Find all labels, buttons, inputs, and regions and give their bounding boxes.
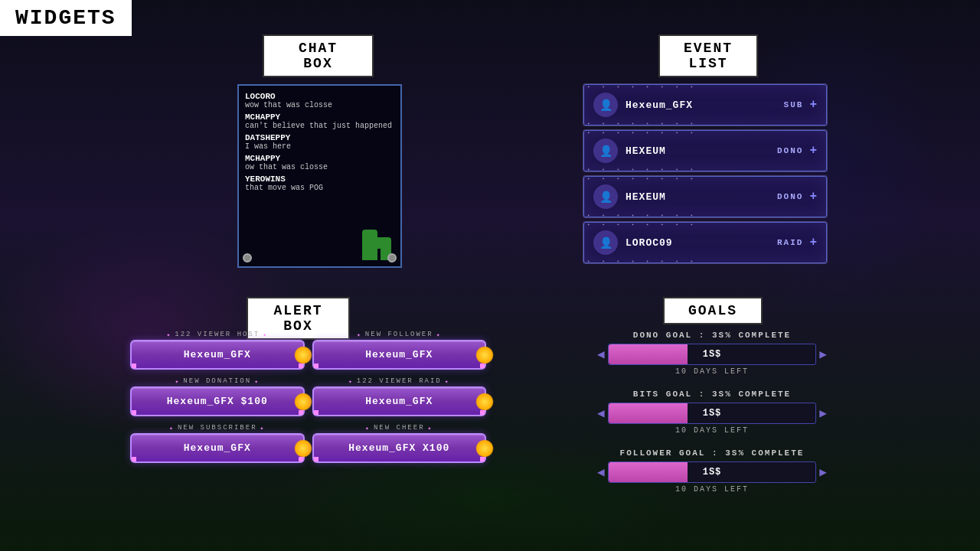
event-item-2: 👤 HEXEUM DONO +	[583, 176, 827, 217]
alert-btn-3: Hexeum_GFX	[312, 386, 487, 416]
chat-message-5: YEROWINS that move was POG	[245, 174, 394, 192]
event-plus-3[interactable]: +	[809, 236, 817, 249]
goal-title-1: BITS GOAL : 3S% COMPLETE	[597, 390, 827, 399]
event-type-0: SUB	[784, 100, 804, 109]
goal-bar-container-0: ◀ 1S$ ▶	[597, 344, 827, 365]
chat-message-1: LOCORO wow that was closse	[245, 92, 394, 109]
alert-tag-0: 122 VIEWER HOST	[166, 331, 268, 338]
chat-box-label: CHAT BOX	[263, 34, 374, 77]
goal-subtitle-1: 10 DAYS LEFT	[597, 426, 827, 435]
corner-bl-1	[314, 364, 318, 368]
corner-bl-4	[132, 457, 136, 461]
corner-bl-0	[132, 364, 136, 368]
corner-br-5	[480, 457, 485, 461]
goal-subtitle-0: 10 DAYS LEFT	[597, 367, 827, 376]
goal-title-2: FOLLOWER GOAL : 3S% COMPLETE	[597, 448, 827, 458]
event-type-3: RAID	[777, 238, 803, 247]
goals-label: GOALS	[663, 297, 763, 324]
event-item-3: 👤 LOROC09 RAID +	[583, 222, 827, 263]
goal-arrow-left-2: ◀	[597, 465, 605, 480]
cactus-decoration	[362, 230, 377, 260]
alert-tag-2: NEW DONATION	[175, 377, 260, 385]
event-plus-1[interactable]: +	[809, 144, 817, 158]
event-plus-2[interactable]: +	[809, 190, 817, 204]
scroll-indicator-left	[243, 253, 252, 262]
goal-value-2: 1S$	[703, 467, 722, 478]
goal-bar-outer-1: 1S$	[608, 403, 817, 424]
goal-arrow-left-1: ◀	[597, 406, 605, 421]
chat-message-3: DATSHEPPY I was here	[245, 133, 394, 151]
event-item-1: 👤 HEXEUM DONO +	[583, 130, 827, 171]
event-name-3: LOROC09	[626, 237, 777, 249]
corner-bl-5	[314, 457, 318, 461]
chat-message-2: MCHAPPY can't believe that just happened	[245, 112, 394, 130]
corner-br-4	[299, 457, 303, 461]
goal-bar-fill-1	[609, 403, 688, 423]
goal-bar-outer-0: 1S$	[608, 344, 817, 365]
event-name-1: HEXEUM	[626, 145, 777, 157]
corner-br-3	[480, 410, 485, 415]
alert-item-0: 122 VIEWER HOST Hexeum_GFX	[130, 331, 305, 370]
goal-arrow-left-0: ◀	[597, 347, 605, 362]
scroll-indicator-right	[387, 253, 397, 262]
goal-value-0: 1S$	[703, 349, 722, 360]
event-list-label: EVENT LIST	[658, 34, 758, 77]
goal-item-2: FOLLOWER GOAL : 3S% COMPLETE ◀ 1S$ ▶ 10 …	[597, 448, 827, 494]
event-type-1: DONO	[777, 146, 803, 155]
alert-item-3: 122 VIEWER RAID Hexeum_GFX	[312, 377, 487, 416]
chat-box: LOCORO wow that was closse MCHAPPY can't…	[237, 84, 402, 268]
alert-tag-3: 122 VIEWER RAID	[348, 377, 450, 385]
event-item-0: 👤 Hexeum_GFX SUB +	[583, 84, 827, 126]
goal-arrow-right-0: ▶	[819, 347, 827, 362]
alert-item-4: NEW SUBSCRIBER Hexeum_GFX	[130, 424, 305, 463]
goal-arrow-right-1: ▶	[819, 406, 827, 421]
alert-grid: 122 VIEWER HOST Hexeum_GFX NEW FOLLOWER …	[130, 331, 486, 463]
alert-item-5: NEW CHEER Hexeum_GFX X100	[312, 424, 487, 463]
alert-btn-1: Hexeum_GFX	[312, 340, 487, 370]
event-avatar-2: 👤	[593, 184, 618, 209]
goal-arrow-right-2: ▶	[819, 465, 827, 480]
alert-btn-4: Hexeum_GFX	[130, 433, 305, 463]
alert-item-2: NEW DONATION Hexeum_GFX $100	[130, 377, 305, 416]
alert-btn-0: Hexeum_GFX	[130, 340, 305, 370]
goal-subtitle-2: 10 DAYS LEFT	[597, 485, 827, 494]
goal-item-0: DONO GOAL : 3S% COMPLETE ◀ 1S$ ▶ 10 DAYS…	[597, 331, 827, 376]
goal-item-1: BITS GOAL : 3S% COMPLETE ◀ 1S$ ▶ 10 DAYS…	[597, 390, 827, 435]
goal-title-0: DONO GOAL : 3S% COMPLETE	[597, 331, 827, 340]
corner-br-1	[480, 364, 485, 368]
event-avatar-0: 👤	[593, 93, 618, 117]
goal-bar-fill-2	[609, 462, 688, 482]
event-list: 👤 Hexeum_GFX SUB + 👤 HEXEUM DONO + 👤 HEX…	[583, 84, 827, 268]
chat-messages: LOCORO wow that was closse MCHAPPY can't…	[245, 92, 394, 192]
event-name-0: Hexeum_GFX	[626, 99, 784, 111]
corner-bl-2	[132, 410, 136, 415]
chat-message-4: MCHAPPY ow that was closse	[245, 154, 394, 171]
corner-bl-3	[314, 410, 318, 415]
alert-tag-1: NEW FOLLOWER	[357, 331, 441, 338]
event-name-2: HEXEUM	[626, 191, 777, 203]
corner-br-2	[299, 410, 303, 415]
corner-br-0	[299, 364, 303, 368]
page-title: WIDGETS	[0, 0, 132, 36]
goal-value-1: 1S$	[703, 408, 722, 419]
alert-btn-2: Hexeum_GFX $100	[130, 386, 305, 416]
goal-bar-container-2: ◀ 1S$ ▶	[597, 461, 827, 483]
alert-btn-5: Hexeum_GFX X100	[312, 433, 487, 463]
event-type-2: DONO	[777, 192, 803, 201]
goal-bar-fill-0	[609, 344, 688, 364]
alert-item-1: NEW FOLLOWER Hexeum_GFX	[312, 331, 487, 370]
event-plus-0[interactable]: +	[809, 98, 817, 112]
goal-bar-outer-2: 1S$	[608, 461, 817, 483]
alert-tag-4: NEW SUBSCRIBER	[169, 424, 265, 432]
event-avatar-1: 👤	[593, 139, 618, 163]
alert-tag-5: NEW CHEER	[365, 424, 433, 432]
event-avatar-3: 👤	[593, 230, 618, 255]
goals-section: DONO GOAL : 3S% COMPLETE ◀ 1S$ ▶ 10 DAYS…	[597, 331, 827, 507]
goal-bar-container-1: ◀ 1S$ ▶	[597, 403, 827, 424]
